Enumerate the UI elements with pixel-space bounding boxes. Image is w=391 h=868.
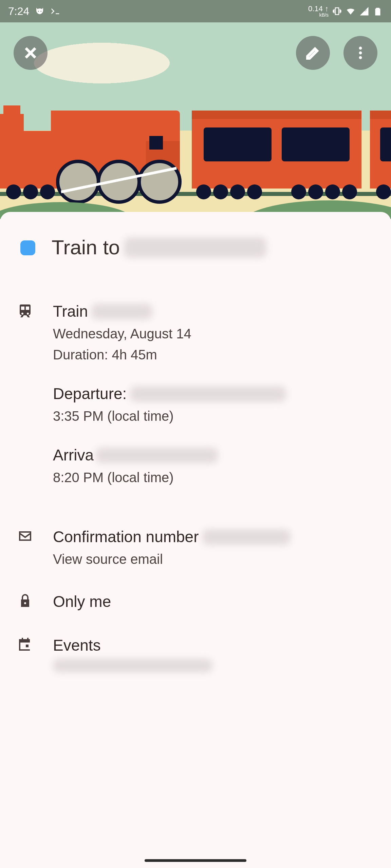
section-confirmation: Confirmation number View source email [17,525,377,570]
status-bar: 7:24 0.14 ↑kB/s HD [0,0,391,22]
train-number-line: Train [53,300,377,323]
lock-icon [17,593,33,609]
redacted-train-number [91,304,152,319]
vibrate-icon [332,6,342,16]
redacted-departure-station [130,386,286,402]
calendar-icon [17,636,33,653]
svg-point-36 [359,52,362,55]
more-vertical-icon [352,45,369,61]
data-rate: 0.14 ↑kB/s [308,5,329,17]
event-date: Wednesday, August 14 [53,323,377,344]
title-row: Train to [17,236,377,259]
svg-rect-17 [192,111,361,119]
svg-rect-8 [149,136,163,150]
train-icon [17,302,33,319]
train-illustration [0,90,391,205]
arrival-time: 8:20 PM (local time) [53,467,377,488]
redacted-arrival-station [96,448,218,463]
svg-point-37 [359,56,362,59]
calendar-color-chip [20,240,35,255]
visibility-value: Only me [53,590,377,613]
event-title-prefix: Train to [52,236,120,259]
cat-icon [35,6,45,16]
close-icon [22,45,39,61]
event-detail-sheet: Train to Train Wednesday, August 14 Dura… [0,212,391,868]
signal-icon: HD [359,6,369,16]
pencil-icon [305,45,321,61]
svg-rect-29 [370,111,391,119]
event-duration: Duration: 4h 45m [53,344,377,365]
calendar-name: Events [53,634,377,657]
confirmation-line: Confirmation number [53,525,377,549]
departure-line: Departure: [53,382,377,406]
arrival-line: Arriva [53,443,377,467]
section-visibility[interactable]: Only me [17,590,377,613]
home-indicator[interactable] [145,859,246,862]
view-source-email-link[interactable]: View source email [53,549,377,570]
svg-rect-30 [380,127,391,161]
redacted-account [53,659,212,672]
svg-rect-18 [204,127,272,161]
status-right: 0.14 ↑kB/s HD [308,5,383,17]
section-train-details: Train Wednesday, August 14 Duration: 4h … [17,300,377,505]
section-calendar[interactable]: Events [17,634,377,678]
status-left: 7:24 [8,5,60,18]
edit-button[interactable] [296,36,330,70]
svg-rect-3 [0,114,24,141]
event-hero-image [0,22,391,219]
close-button[interactable] [14,36,48,70]
wifi-icon [346,6,356,16]
svg-rect-19 [282,127,350,161]
mail-icon [17,528,33,544]
redacted-destination [124,237,266,258]
calendar-account [53,657,377,678]
clock: 7:24 [8,5,29,18]
redacted-confirmation [202,529,291,545]
departure-time: 3:35 PM (local time) [53,406,377,427]
terminal-icon [50,6,60,16]
svg-point-35 [359,47,362,50]
svg-rect-4 [3,105,20,117]
battery-icon [373,6,383,16]
event-title: Train to [52,236,266,259]
more-options-button[interactable] [343,36,377,70]
svg-text:HD: HD [362,8,367,12]
